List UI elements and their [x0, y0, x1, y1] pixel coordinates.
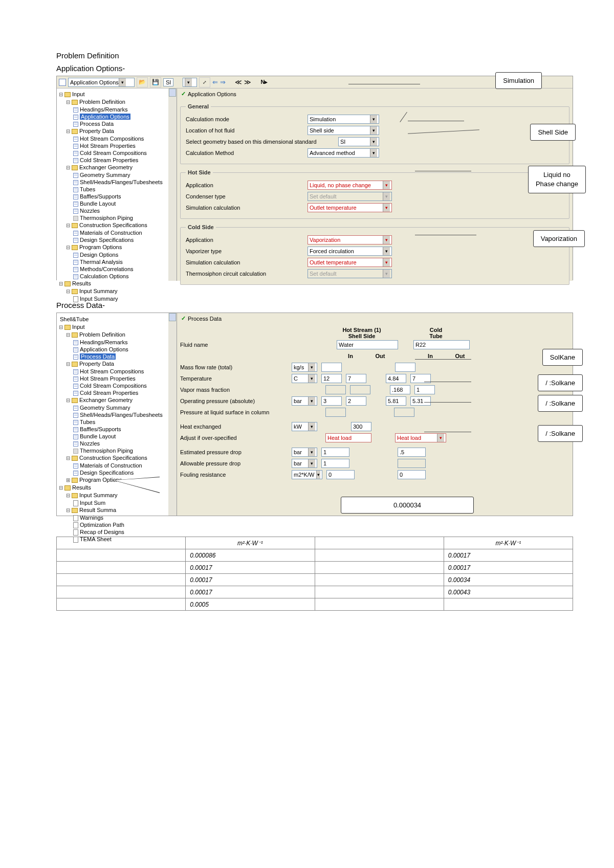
select-calc-mode[interactable]: Simulation▾ [308, 115, 379, 124]
chevron-down-icon[interactable]: ▾ [383, 247, 390, 255]
tree-application-options[interactable]: Application Options [73, 113, 176, 120]
tree-exchanger-geometry[interactable]: Exchanger Geometry Geometry Summary Shel… [66, 164, 176, 221]
tree-methods[interactable]: Methods/Correlations [73, 265, 176, 273]
chevron-down-icon[interactable]: ▾ [370, 115, 377, 123]
tree-process-data[interactable]: Process Data [73, 120, 176, 127]
tree2-hot-comp[interactable]: Hot Stream Compositions [73, 368, 176, 375]
mass-cold[interactable] [395, 363, 415, 372]
tree-cold-stream-comp[interactable]: Cold Stream Compositions [73, 149, 176, 157]
tree-input-summary[interactable]: Input Summary [73, 295, 176, 302]
temp-cold-in[interactable]: 4.84 [386, 374, 406, 383]
tree2-process-data[interactable]: Process Data [73, 353, 176, 360]
tree-thermo-piping[interactable]: Thermosiphon Piping [73, 214, 176, 221]
fouling-hot[interactable]: 0 [326, 470, 355, 479]
chevron-down-icon[interactable]: ▾ [370, 126, 377, 135]
tree2-property-data[interactable]: Property Data Hot Stream Compositions Ho… [66, 360, 176, 396]
adjust-cold[interactable]: Heat load▾ [395, 433, 446, 442]
unit-temp[interactable]: C▾ [292, 374, 317, 383]
tree2-hot-prop[interactable]: Hot Stream Properties [73, 375, 176, 382]
tree-program-options[interactable]: Program Options Design Options Thermal A… [66, 243, 176, 280]
toolbar-btn-open[interactable]: 📂 [137, 77, 148, 87]
select-geom-std[interactable]: SI▾ [338, 137, 379, 146]
tree2-probdef[interactable]: Problem Definition Headings/Remarks Appl… [66, 331, 176, 360]
chevron-down-icon[interactable]: ▾ [308, 374, 315, 383]
tree-thermal-analysis[interactable]: Thermal Analysis [73, 258, 176, 265]
nav-tree-2[interactable]: Input Problem Definition Headings/Remark… [58, 323, 176, 543]
tree2-nozzles[interactable]: Nozzles [73, 440, 176, 447]
chevron-down-icon[interactable]: ▾ [370, 138, 377, 146]
toolbar-zoom[interactable]: ▾ [183, 78, 197, 87]
tree-results[interactable]: Results Input Summary Input Summary [59, 280, 176, 302]
tree-scrollbar[interactable] [168, 88, 177, 281]
temp-hot-out[interactable]: 7 [346, 374, 366, 383]
chevrons-right-icon[interactable]: ≫ [244, 78, 251, 86]
tree-tubes[interactable]: Tubes [73, 186, 176, 193]
chevron-down-icon[interactable]: ▾ [437, 434, 444, 442]
tree-calc-options[interactable]: Calculation Options [73, 273, 176, 280]
chevrons-left-icon[interactable]: ≪ [235, 78, 242, 86]
tree-baffles[interactable]: Baffles/Supports [73, 193, 176, 200]
tree2-bundle-layout[interactable]: Bundle Layout [73, 433, 176, 440]
chevron-down-icon[interactable]: ▾ [308, 459, 315, 468]
tree-input[interactable]: Input Problem Definition Headings/Remark… [59, 91, 176, 280]
vap-cold-in[interactable]: .168 [390, 385, 410, 394]
toolbar-np[interactable]: N▸ [260, 79, 268, 85]
tree2-cold-prop[interactable]: Cold Stream Properties [73, 389, 176, 396]
tree-property-data[interactable]: Property Data Hot Stream Compositions Ho… [66, 127, 176, 164]
tree2-baffles[interactable]: Baffles/Supports [73, 426, 176, 433]
chevron-down-icon[interactable]: ▾ [383, 236, 390, 244]
select-cs-vap[interactable]: Forced circulation▾ [308, 247, 392, 256]
select-hot-fluid-loc[interactable]: Shell side▾ [308, 126, 379, 135]
tree2-cold-comp[interactable]: Cold Stream Compositions [73, 382, 176, 389]
unit-allpd[interactable]: bar▾ [292, 459, 317, 468]
tree2-warnings[interactable]: Warnings [73, 514, 176, 521]
tree-input-summary-folder[interactable]: Input Summary Input Summary [66, 287, 176, 302]
chevron-down-icon[interactable]: ▾ [308, 363, 315, 371]
select-hs-sim[interactable]: Outlet temperature▾ [308, 203, 392, 212]
tree2-optimization[interactable]: Optimization Path [73, 521, 176, 528]
tree-geom-summary[interactable]: Geometry Summary [73, 171, 176, 179]
tree-materials[interactable]: Materials of Construction [73, 229, 176, 236]
arrow-left-icon[interactable]: ⇐ [212, 78, 218, 86]
tree-bundle-layout[interactable]: Bundle Layout [73, 200, 176, 207]
tree2-recap[interactable]: Recap of Designs [73, 528, 176, 536]
unit-estpd[interactable]: bar▾ [292, 448, 317, 457]
tree2-geom-summary[interactable]: Geometry Summary [73, 404, 176, 411]
toolbar-btn-fit[interactable]: ⤢ [199, 77, 210, 87]
unit-fouling[interactable]: m2*K/W▾ [292, 470, 322, 479]
chevron-down-icon[interactable]: ▾ [383, 181, 390, 189]
heat-value[interactable]: 300 [351, 422, 371, 431]
toolbar-combo[interactable]: Application Options ▾ [68, 78, 135, 87]
tree2-shell-heads[interactable]: Shell/Heads/Flanges/Tubesheets [73, 411, 176, 418]
select-cs-app[interactable]: Vaporization▾ [308, 235, 392, 244]
tree2-scrollbar[interactable] [168, 313, 177, 516]
unit-press[interactable]: bar▾ [292, 396, 317, 406]
tree-hot-stream-comp[interactable]: Hot Stream Compositions [73, 135, 176, 142]
tree2-exchanger-geometry[interactable]: Exchanger Geometry Geometry Summary Shel… [66, 396, 176, 454]
tree-headings-remarks[interactable]: Headings/Remarks [73, 106, 176, 113]
tree-design-spec[interactable]: Design Specifications [73, 236, 176, 243]
tree2-input[interactable]: Input Problem Definition Headings/Remark… [59, 323, 176, 484]
fouling-cold[interactable]: 0 [398, 470, 426, 479]
arrow-right-icon[interactable]: ⇒ [220, 78, 226, 86]
temp-hot-in[interactable]: 12 [321, 374, 342, 383]
tree-construction-spec[interactable]: Construction Specifications Materials of… [66, 221, 176, 243]
unit-mass[interactable]: kg/s▾ [292, 363, 317, 372]
chevron-down-icon[interactable]: ▾ [185, 78, 192, 86]
tree2-headings-remarks[interactable]: Headings/Remarks [73, 339, 176, 346]
chevron-down-icon[interactable]: ▾ [383, 204, 390, 212]
tree2-design-spec[interactable]: Design Specifications [73, 469, 176, 476]
tree-cold-stream-prop[interactable]: Cold Stream Properties [73, 157, 176, 164]
tree-hot-stream-prop[interactable]: Hot Stream Properties [73, 142, 176, 149]
chevron-down-icon[interactable]: ▾ [316, 471, 320, 479]
tree2-tema[interactable]: TEMA Sheet [73, 536, 176, 543]
input-fluid-cold[interactable]: R22 [413, 340, 470, 349]
estpd-cold[interactable]: .5 [398, 448, 426, 457]
tree-nozzles[interactable]: Nozzles [73, 207, 176, 214]
vap-cold-out[interactable]: 1 [414, 385, 435, 394]
select-hs-app[interactable]: Liquid, no phase change▾ [308, 181, 392, 190]
tree2-materials[interactable]: Materials of Construction [73, 462, 176, 469]
toolbar-btn-save[interactable]: 💾 [150, 77, 161, 87]
units-si[interactable]: SI [163, 78, 173, 86]
chevron-down-icon[interactable]: ▾ [370, 149, 377, 157]
